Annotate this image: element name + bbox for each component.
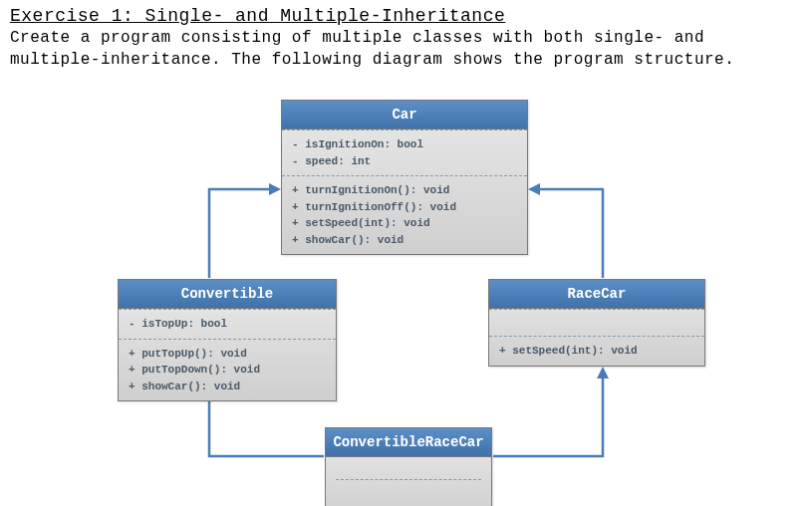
class-box-car: Car - isIgnitionOn: bool - speed: int + … [281, 100, 528, 255]
method: + showCar(): void [129, 379, 326, 395]
class-title: Convertible [119, 280, 336, 309]
class-attributes: - isIgnitionOn: bool - speed: int [282, 129, 527, 175]
diagram-canvas: Car - isIgnitionOn: bool - speed: int + … [0, 70, 812, 506]
class-box-convertible: Convertible - isTopUp: bool + putTopUp()… [118, 279, 337, 401]
arrow-crc-to-convertible [209, 394, 324, 456]
divider [336, 479, 481, 499]
exercise-title: Exercise 1: Single- and Multiple-Inherit… [0, 0, 812, 28]
class-methods: + turnIgnitionOn(): void + turnIgnitionO… [282, 175, 527, 254]
method: + setSpeed(int): void [499, 343, 694, 360]
class-methods: + setSpeed(int): void [489, 336, 704, 366]
attribute: - isIgnitionOn: bool [292, 136, 517, 153]
class-title: Car [282, 101, 527, 129]
arrow-racecar-to-car [534, 189, 603, 278]
class-attributes [489, 309, 704, 336]
class-box-racecar: RaceCar + setSpeed(int): void [488, 279, 705, 367]
attribute: - speed: int [292, 153, 517, 170]
class-attributes: - isTopUp: bool [119, 309, 336, 339]
arrow-convertible-to-car [209, 189, 275, 278]
arrow-crc-to-racecar [493, 373, 603, 456]
method: + putTopUp(): void [129, 346, 326, 363]
method: + turnIgnitionOff(): void [292, 199, 517, 216]
method: + showCar(): void [292, 232, 517, 249]
class-methods: + putTopUp(): void + putTopDown(): void … [119, 339, 336, 401]
method: + turnIgnitionOn(): void [292, 182, 517, 199]
attribute: - isTopUp: bool [129, 316, 326, 333]
class-box-convertibleracecar: ConvertibleRaceCar [325, 427, 492, 506]
class-title: ConvertibleRaceCar [326, 428, 491, 457]
method: + setSpeed(int): void [292, 215, 517, 232]
method: + putTopDown(): void [129, 362, 326, 379]
class-title: RaceCar [489, 280, 704, 309]
